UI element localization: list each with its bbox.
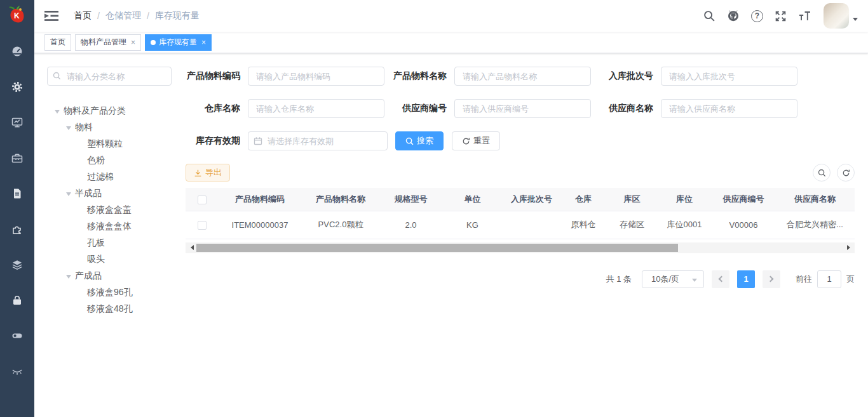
table-row[interactable]: ITEM00000037 PVC2.0颗粒 2.0 KG 原料仓 存储区 库位0… [186, 211, 855, 239]
chevron-right-icon [768, 276, 774, 282]
inventory-table: 产品物料编码 产品物料名称 规格型号 单位 入库批次号 仓库 库区 库位 供应商… [186, 188, 855, 239]
tree-node-semifinished[interactable]: 半成品 [47, 185, 180, 202]
expiry-date-input[interactable] [248, 131, 388, 150]
tree-node-label: 物料 [75, 122, 93, 133]
user-menu-caret-icon[interactable] [853, 18, 858, 23]
tree-node-label: 半成品 [75, 188, 102, 199]
tree-node-leaf[interactable]: 塑料颗粒 [47, 136, 180, 152]
toggle-search-button[interactable] [813, 164, 831, 182]
category-search-input[interactable] [47, 67, 172, 86]
item-code-input[interactable] [248, 67, 384, 86]
supplier-code-input[interactable] [454, 99, 591, 118]
monitor-icon [11, 116, 24, 129]
sidebar-toggle-button[interactable] [43, 10, 65, 22]
select-all-checkbox[interactable] [198, 195, 207, 204]
tree-node-label: 色粉 [87, 155, 105, 166]
field-label: 供应商名称 [599, 103, 661, 114]
tree-node-leaf[interactable]: 移液盒盒盖 [47, 202, 180, 218]
breadcrumb-separator: / [97, 11, 100, 21]
sidebar-item-switch[interactable] [0, 318, 34, 354]
page-number-button[interactable]: 1 [737, 270, 755, 288]
briefcase-icon [11, 152, 24, 164]
tree-node-leaf[interactable]: 色粉 [47, 152, 180, 169]
lock-icon [11, 294, 24, 307]
user-avatar[interactable] [824, 3, 849, 29]
tab-home[interactable]: 首页 [44, 34, 71, 51]
tab-label: 库存现有量 [159, 37, 197, 48]
tree-node-label: 产成品 [75, 270, 102, 282]
fullscreen-button[interactable] [769, 0, 792, 32]
main-area: 首页 / 仓储管理 / 库存现有量 [34, 0, 868, 417]
tree-node-leaf[interactable]: 吸头 [47, 251, 180, 268]
goto-page-input[interactable] [817, 270, 841, 288]
tab-close-icon[interactable]: × [201, 38, 206, 47]
table-tools [813, 164, 855, 182]
cell-unit: KG [442, 211, 503, 239]
sidebar-item-plugin[interactable] [0, 211, 34, 247]
tree-node-root[interactable]: 物料及产品分类 [47, 103, 180, 119]
document-icon [11, 187, 24, 200]
breadcrumb-home[interactable]: 首页 [74, 10, 92, 22]
category-tree-panel: 物料及产品分类 物料 塑料颗粒 色粉 过滤棉 [34, 53, 180, 417]
search-icon [818, 169, 826, 177]
app-logo[interactable]: K [0, 0, 34, 32]
caret-down-icon[interactable] [66, 192, 71, 199]
sidebar-item-layers[interactable] [0, 247, 34, 282]
row-checkbox[interactable] [198, 221, 207, 230]
gear-icon [11, 81, 24, 93]
toggle-icon [11, 329, 24, 342]
page-size-select[interactable]: 10条/页 [642, 270, 704, 288]
tab-inventory-active[interactable]: 库存现有量 × [145, 34, 212, 51]
caret-down-icon[interactable] [66, 275, 71, 281]
export-button[interactable]: 导出 [186, 164, 230, 182]
tab-label: 物料产品管理 [81, 37, 126, 48]
sidebar-item-security[interactable] [0, 282, 34, 318]
item-name-input[interactable] [454, 67, 591, 86]
tree-node-leaf[interactable]: 移液盒盒体 [47, 218, 180, 235]
warehouse-name-input[interactable] [248, 99, 384, 118]
github-link-button[interactable] [721, 0, 745, 32]
navbar-actions: ? [698, 0, 858, 32]
batch-no-input[interactable] [661, 67, 797, 86]
category-tree: 物料及产品分类 物料 塑料颗粒 色粉 过滤棉 [47, 103, 180, 317]
expiry-date-picker [248, 131, 388, 150]
sidebar-item-system[interactable] [0, 69, 34, 105]
font-size-button[interactable] [792, 0, 817, 32]
prev-page-button[interactable] [712, 270, 729, 288]
search-button[interactable]: 搜索 [395, 131, 444, 150]
caret-down-icon[interactable] [55, 110, 60, 116]
help-button[interactable]: ? [745, 0, 769, 32]
cell-supplier-code: V00006 [712, 211, 775, 239]
top-navbar: 首页 / 仓储管理 / 库存现有量 [34, 0, 868, 32]
tab-close-icon[interactable]: × [131, 38, 135, 47]
sidebar-item-document[interactable] [0, 176, 34, 211]
tree-node-leaf[interactable]: 移液盒48孔 [47, 301, 180, 317]
tree-node-finished[interactable]: 产成品 [47, 268, 180, 284]
font-size-icon [798, 11, 811, 22]
tree-node-leaf[interactable]: 过滤棉 [47, 169, 180, 185]
scroll-right-arrow[interactable] [844, 242, 855, 253]
inventory-panel: 产品物料编码 产品物料名称 入库批次号 [180, 53, 868, 417]
tree-node-label: 物料及产品分类 [64, 105, 126, 117]
cell-warehouse: 原料仓 [560, 211, 607, 239]
caret-down-icon[interactable] [66, 126, 71, 133]
scroll-left-arrow[interactable] [186, 242, 196, 253]
header-search-button[interactable] [698, 0, 721, 32]
next-page-button[interactable] [763, 270, 780, 288]
refresh-table-button[interactable] [837, 164, 855, 182]
sidebar-item-toolbox[interactable] [0, 140, 34, 176]
tree-node-material[interactable]: 物料 [47, 119, 180, 136]
reset-button[interactable]: 重置 [452, 131, 500, 150]
question-icon: ? [751, 10, 763, 22]
tree-node-leaf[interactable]: 孔板 [47, 235, 180, 251]
col-header: 库位 [657, 188, 712, 211]
tree-node-leaf[interactable]: 移液盒96孔 [47, 284, 180, 301]
tab-material-product[interactable]: 物料产品管理 × [75, 34, 141, 51]
supplier-name-input[interactable] [661, 99, 797, 118]
download-icon [194, 169, 202, 177]
category-search [47, 67, 172, 86]
scrollbar-thumb[interactable] [196, 244, 678, 252]
sidebar-item-dashboard[interactable] [0, 34, 34, 69]
sidebar-item-hidden[interactable] [0, 354, 34, 389]
sidebar-item-monitor[interactable] [0, 105, 34, 140]
